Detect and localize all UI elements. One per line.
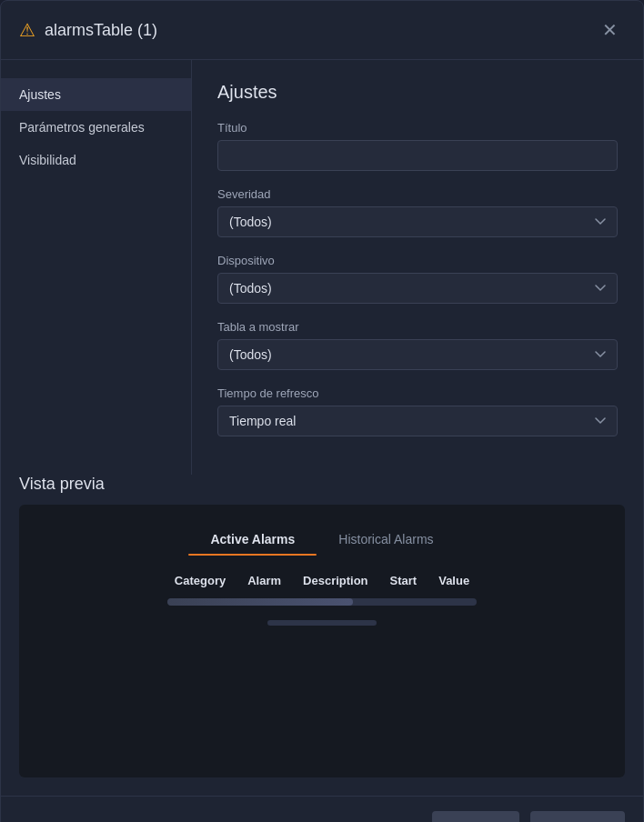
dispositivo-select[interactable]: (Todos) <box>217 273 618 304</box>
sidebar-item-visibilidad[interactable]: Visibilidad <box>1 144 191 176</box>
tabla-label: Tabla a mostrar <box>217 320 618 334</box>
settings-panel: Ajustes Título Severidad (Todos) Disposi… <box>192 60 643 475</box>
progress-bar-fill <box>167 598 353 606</box>
dialog-body: Ajustes Parámetros generales Visibilidad… <box>1 60 643 475</box>
preview-box: Active Alarms Historical Alarms Category… <box>19 505 625 777</box>
titulo-group: Título <box>217 121 618 171</box>
preview-section: Vista previa Active Alarms Historical Al… <box>1 475 643 796</box>
titulo-input[interactable] <box>217 140 618 171</box>
scrollbar-track <box>267 620 377 626</box>
settings-title: Ajustes <box>217 82 618 103</box>
close-button[interactable]: ✕ <box>595 15 625 45</box>
sidebar-item-ajustes[interactable]: Ajustes <box>1 78 191 111</box>
accept-button[interactable]: Aceptar <box>432 811 519 822</box>
severidad-select[interactable]: (Todos) <box>217 206 618 237</box>
severidad-label: Severidad <box>217 187 618 201</box>
warning-icon: ⚠ <box>19 19 35 41</box>
col-value: Value <box>438 574 469 587</box>
col-description: Description <box>303 574 368 587</box>
titulo-label: Título <box>217 121 618 135</box>
tiempo-label: Tiempo de refresco <box>217 386 618 400</box>
tab-active-alarms[interactable]: Active Alarms <box>188 523 317 556</box>
table-header-row: Category Alarm Description Start Value <box>37 574 607 587</box>
dialog-header: ⚠ alarmsTable (1) ✕ <box>1 1 643 60</box>
progress-bar <box>167 598 477 606</box>
col-alarm: Alarm <box>247 574 281 587</box>
loading-bar-container <box>37 598 607 606</box>
tabla-select[interactable]: (Todos) <box>217 339 618 370</box>
sidebar: Ajustes Parámetros generales Visibilidad <box>1 60 192 475</box>
vista-previa-title: Vista previa <box>19 475 625 494</box>
severidad-group: Severidad (Todos) <box>217 187 618 237</box>
col-category: Category <box>175 574 226 587</box>
col-start: Start <box>390 574 418 587</box>
dialog-footer: Aceptar Cancelar <box>1 796 643 822</box>
tab-historical-alarms[interactable]: Historical Alarms <box>317 523 455 556</box>
tiempo-select[interactable]: Tiempo real <box>217 406 618 436</box>
tabs-row: Active Alarms Historical Alarms <box>37 523 607 556</box>
sidebar-item-parametros[interactable]: Parámetros generales <box>1 111 191 144</box>
dialog-title: alarmsTable (1) <box>45 21 157 40</box>
tabla-group: Tabla a mostrar (Todos) <box>217 320 618 370</box>
dispositivo-label: Dispositivo <box>217 254 618 267</box>
tiempo-group: Tiempo de refresco Tiempo real <box>217 386 618 436</box>
cancel-button[interactable]: Cancelar <box>530 811 625 822</box>
scrollbar-hint <box>37 620 607 626</box>
dialog: ⚠ alarmsTable (1) ✕ Ajustes Parámetros g… <box>0 0 644 822</box>
dispositivo-group: Dispositivo (Todos) <box>217 254 618 304</box>
dialog-header-left: ⚠ alarmsTable (1) <box>19 19 157 41</box>
